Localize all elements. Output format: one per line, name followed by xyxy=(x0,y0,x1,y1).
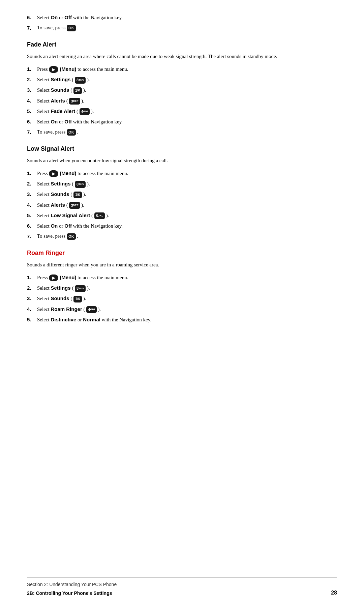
settings-key: 8TUV xyxy=(75,181,86,188)
fade-alert-steps: 1. Press ▶ (Menu) to access the main men… xyxy=(27,65,337,136)
low-signal-alert-heading: Low Signal Alert xyxy=(27,144,337,153)
step-number: 5. xyxy=(27,316,31,323)
ok-key: OK xyxy=(67,25,76,31)
list-item: 2. Select Settings ( 8TUV ). xyxy=(27,284,337,292)
list-item: 3. Select Sounds ( 1✉ ). xyxy=(27,190,337,198)
step-number: 4. xyxy=(27,305,31,313)
step-number: 2. xyxy=(27,76,31,83)
list-item: 7. To save, press OK . xyxy=(27,232,337,240)
list-item: 5. Select Low Signal Alert ( 5JKL ). xyxy=(27,211,337,220)
list-item: 3. Select Sounds ( 1✉ ). xyxy=(27,86,337,94)
alerts-key: 3DEF xyxy=(69,202,80,209)
roam-ringer-heading: Roam Ringer xyxy=(27,249,337,258)
step-number: 5. xyxy=(27,211,31,219)
step-number: 6. xyxy=(27,118,31,125)
roam-ringer-key: 4GHI xyxy=(86,306,96,313)
step-number: 3. xyxy=(27,86,31,94)
list-item: 2. Select Settings ( 8TUV ). xyxy=(27,76,337,84)
ok-key: OK xyxy=(67,233,76,240)
list-item: 4. Select Roam Ringer ( 4GHI ). xyxy=(27,305,337,313)
footer-bottom: 2B: Controlling Your Phone's Settings 28 xyxy=(27,589,337,597)
list-item: 3. Select Sounds ( 1✉ ). xyxy=(27,294,337,302)
step-number: 4. xyxy=(27,97,31,105)
list-item: 1. Press ▶ (Menu) to access the main men… xyxy=(27,65,337,73)
list-item: 6. Select On or Off with the Navigation … xyxy=(27,13,337,22)
list-item: 6. Select On or Off with the Navigation … xyxy=(27,222,337,230)
step-number: 1. xyxy=(27,169,31,177)
menu-key: ▶ xyxy=(49,66,58,73)
list-item: 2. Select Settings ( 8TUV ). xyxy=(27,180,337,188)
roam-ringer-description: Sounds a different ringer when you are i… xyxy=(27,261,337,269)
sounds-key: 1✉ xyxy=(73,192,82,198)
step-number: 7. xyxy=(27,232,31,240)
list-item: 6. Select On or Off with the Navigation … xyxy=(27,118,337,126)
low-signal-alert-description: Sounds an alert when you encounter low s… xyxy=(27,157,337,165)
low-signal-alert-section: Low Signal Alert Sounds an alert when yo… xyxy=(27,144,337,240)
fade-alert-section: Fade Alert Sounds an alert entering an a… xyxy=(27,40,337,136)
menu-key: ▶ xyxy=(49,170,58,177)
step-number: 1. xyxy=(27,65,31,73)
menu-key: ▶ xyxy=(49,274,58,281)
list-item: 5. Select Distinctive or Normal with the… xyxy=(27,316,337,324)
fade-alert-key: 4GHI xyxy=(80,108,90,115)
fade-alert-description: Sounds an alert entering an area where c… xyxy=(27,53,337,60)
sounds-key: 1✉ xyxy=(73,87,82,94)
page-number: 28 xyxy=(331,589,337,597)
list-item: 5. Select Fade Alert ( 4GHI ). xyxy=(27,107,337,115)
low-signal-steps: 1. Press ▶ (Menu) to access the main men… xyxy=(27,169,337,240)
step-number: 5. xyxy=(27,107,31,115)
settings-key: 8TUV xyxy=(75,77,86,84)
step-number: 2. xyxy=(27,180,31,187)
list-item: 7. To save, press OK . xyxy=(27,128,337,136)
step-number: 2. xyxy=(27,284,31,292)
step-number: 1. xyxy=(27,273,31,281)
low-signal-key: 5JKL xyxy=(94,212,105,219)
list-item: 1. Press ▶ (Menu) to access the main men… xyxy=(27,169,337,177)
intro-steps: 6. Select On or Off with the Navigation … xyxy=(27,13,337,32)
step-number: 7. xyxy=(27,128,31,136)
ok-key: OK xyxy=(67,129,76,136)
alerts-key: 3DEF xyxy=(69,98,80,105)
fade-alert-heading: Fade Alert xyxy=(27,40,337,49)
list-item: 4. Select Alerts ( 3DEF ). xyxy=(27,201,337,209)
step-number: 6. xyxy=(27,222,31,230)
roam-ringer-section: Roam Ringer Sounds a different ringer wh… xyxy=(27,249,337,324)
step-number: 6. xyxy=(27,13,31,21)
step-number: 7. xyxy=(27,24,31,32)
sounds-key: 1✉ xyxy=(73,296,82,302)
roam-ringer-steps: 1. Press ▶ (Menu) to access the main men… xyxy=(27,273,337,324)
list-item: 4. Select Alerts ( 3DEF ). xyxy=(27,97,337,105)
settings-key: 8TUV xyxy=(75,285,86,292)
page-footer: Section 2: Understanding Your PCS Phone … xyxy=(27,577,337,597)
step-number: 3. xyxy=(27,190,31,198)
list-item: 7. To save, press OK . xyxy=(27,24,337,32)
footer-subsection: 2B: Controlling Your Phone's Settings xyxy=(27,590,112,597)
list-item: 1. Press ▶ (Menu) to access the main men… xyxy=(27,273,337,282)
footer-section: Section 2: Understanding Your PCS Phone xyxy=(27,581,337,588)
step-number: 3. xyxy=(27,294,31,302)
step-number: 4. xyxy=(27,201,31,209)
